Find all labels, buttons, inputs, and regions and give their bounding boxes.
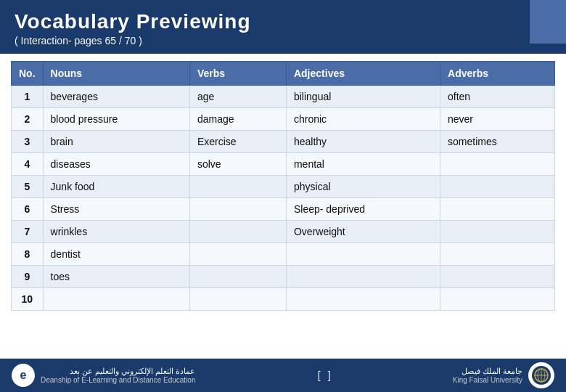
cell-no: 4 bbox=[12, 153, 44, 176]
cell-adverbs: never bbox=[440, 108, 555, 131]
col-nouns: Nouns bbox=[43, 62, 189, 86]
cell-adverbs bbox=[440, 243, 555, 266]
table-row: 6StressSleep- deprived bbox=[12, 198, 555, 221]
header-title: Vocabulary Previewing bbox=[15, 10, 551, 33]
footer-arabic-text: عمادة التعلم الإلكتروني والتعليم عن بعد bbox=[41, 367, 195, 376]
header-corner bbox=[530, 0, 566, 44]
cell-no: 1 bbox=[12, 86, 44, 108]
footer-text-block: عمادة التعلم الإلكتروني والتعليم عن بعد … bbox=[41, 367, 195, 384]
cell-adjectives: Overweight bbox=[286, 221, 440, 243]
cell-nouns: brain bbox=[43, 131, 189, 153]
cell-adverbs: sometimes bbox=[440, 131, 555, 153]
cell-verbs bbox=[189, 221, 286, 243]
footer-english-text: Deanship of E-Learning and Distance Educ… bbox=[41, 376, 195, 384]
cell-nouns: Junk food bbox=[43, 176, 189, 198]
table-row: 2blood pressuredamagechronicnever bbox=[12, 108, 555, 131]
table-row: 4diseasessolvemental bbox=[12, 153, 555, 176]
footer-logo: e bbox=[12, 364, 35, 387]
table-header-row: No. Nouns Verbs Adjectives Adverbs bbox=[12, 62, 555, 86]
cell-adjectives bbox=[286, 266, 440, 288]
cell-adjectives: mental bbox=[286, 153, 440, 176]
table-row: 8dentist bbox=[12, 243, 555, 266]
footer-left: e عمادة التعلم الإلكتروني والتعليم عن بع… bbox=[12, 364, 195, 387]
cell-nouns: diseases bbox=[43, 153, 189, 176]
footer-logo-letter: e bbox=[20, 369, 27, 382]
cell-nouns: wrinkles bbox=[43, 221, 189, 243]
cell-adverbs bbox=[440, 198, 555, 221]
cell-adverbs bbox=[440, 288, 555, 311]
cell-verbs bbox=[189, 288, 286, 311]
cell-verbs bbox=[189, 198, 286, 221]
col-no: No. bbox=[12, 62, 44, 86]
cell-adverbs bbox=[440, 266, 555, 288]
cell-adverbs: often bbox=[440, 86, 555, 108]
cell-adverbs bbox=[440, 176, 555, 198]
university-arabic: جامعة الملك فيصل bbox=[462, 367, 522, 376]
cell-adjectives: chronic bbox=[286, 108, 440, 131]
cell-nouns: dentist bbox=[43, 243, 189, 266]
university-logo bbox=[528, 362, 554, 388]
footer-brackets: [ ] bbox=[318, 369, 331, 381]
cell-no: 8 bbox=[12, 243, 44, 266]
bracket-left: [ bbox=[318, 369, 321, 381]
cell-verbs bbox=[189, 176, 286, 198]
cell-verbs bbox=[189, 243, 286, 266]
footer-right: جامعة الملك فيصل King Faisal University bbox=[453, 362, 554, 388]
cell-no: 2 bbox=[12, 108, 44, 131]
cell-adverbs bbox=[440, 153, 555, 176]
cell-adjectives: bilingual bbox=[286, 86, 440, 108]
table-row: 1beveragesagebilingualoften bbox=[12, 86, 555, 108]
cell-adjectives: healthy bbox=[286, 131, 440, 153]
cell-verbs: Exercise bbox=[189, 131, 286, 153]
cell-nouns bbox=[43, 288, 189, 311]
cell-no: 6 bbox=[12, 198, 44, 221]
university-info: جامعة الملك فيصل King Faisal University bbox=[453, 367, 522, 384]
cell-adverbs bbox=[440, 221, 555, 243]
cell-verbs: age bbox=[189, 86, 286, 108]
vocabulary-table: No. Nouns Verbs Adjectives Adverbs 1beve… bbox=[11, 61, 555, 311]
cell-verbs: solve bbox=[189, 153, 286, 176]
cell-nouns: beverages bbox=[43, 86, 189, 108]
table-row: 10 bbox=[12, 288, 555, 311]
table-row: 9toes bbox=[12, 266, 555, 288]
table-container: No. Nouns Verbs Adjectives Adverbs 1beve… bbox=[0, 54, 566, 314]
footer: e عمادة التعلم الإلكتروني والتعليم عن بع… bbox=[0, 359, 566, 392]
cell-no: 10 bbox=[12, 288, 44, 311]
cell-adjectives: Sleep- deprived bbox=[286, 198, 440, 221]
university-english: King Faisal University bbox=[453, 376, 522, 384]
cell-adjectives bbox=[286, 243, 440, 266]
col-adjectives: Adjectives bbox=[286, 62, 440, 86]
cell-adjectives: physical bbox=[286, 176, 440, 198]
bracket-right: ] bbox=[328, 369, 331, 381]
cell-no: 5 bbox=[12, 176, 44, 198]
cell-nouns: blood pressure bbox=[43, 108, 189, 131]
table-row: 7wrinklesOverweight bbox=[12, 221, 555, 243]
col-adverbs: Adverbs bbox=[440, 62, 555, 86]
cell-no: 3 bbox=[12, 131, 44, 153]
cell-no: 9 bbox=[12, 266, 44, 288]
cell-verbs: damage bbox=[189, 108, 286, 131]
table-row: 5Junk foodphysical bbox=[12, 176, 555, 198]
col-verbs: Verbs bbox=[189, 62, 286, 86]
header: Vocabulary Previewing ( Interaction- pag… bbox=[0, 0, 566, 54]
table-row: 3brainExercisehealthysometimes bbox=[12, 131, 555, 153]
cell-adjectives bbox=[286, 288, 440, 311]
cell-no: 7 bbox=[12, 221, 44, 243]
header-subtitle: ( Interaction- pages 65 / 70 ) bbox=[15, 35, 551, 46]
cell-verbs bbox=[189, 266, 286, 288]
cell-nouns: toes bbox=[43, 266, 189, 288]
cell-nouns: Stress bbox=[43, 198, 189, 221]
